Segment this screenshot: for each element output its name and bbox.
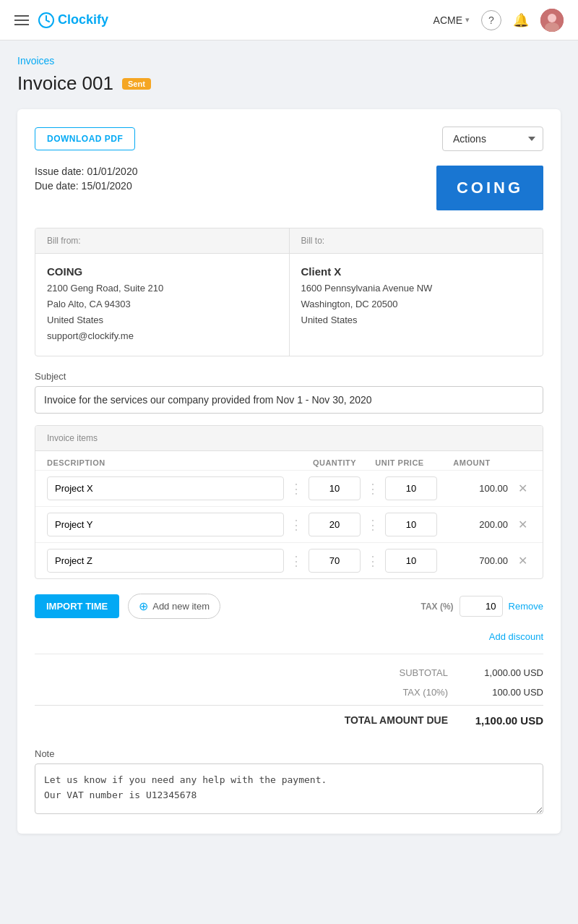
logo: Clockify [38, 12, 108, 29]
col-separator: ⋮ [290, 482, 303, 495]
col-separator: ⋮ [290, 555, 303, 568]
tax-row-value: 100.00 USD [471, 687, 543, 698]
item-price-input[interactable] [385, 549, 437, 573]
bill-to-col: Bill to: Client X 1600 Pennsylvania Aven… [290, 228, 543, 356]
download-pdf-button[interactable]: DOWNLOAD PDF [35, 127, 135, 150]
dates-logo-row: Issue date: 01/01/2020 Due date: 15/01/2… [35, 166, 543, 210]
page-content: Invoices Invoice 001 Sent DOWNLOAD PDF A… [0, 40, 578, 848]
note-label: Note [35, 748, 543, 759]
header-right: ACME ▾ ? 🔔 [434, 9, 564, 32]
item-amount: 200.00 [443, 519, 508, 530]
col-separator2: ⋮ [366, 555, 379, 568]
invoice-items-section: Invoice items DESCRIPTION QUANTITY UNIT … [35, 425, 543, 579]
item-description-input[interactable] [47, 549, 284, 573]
table-row: ⋮ ⋮ 700.00 ✕ [35, 542, 543, 578]
remove-tax-link[interactable]: Remove [509, 601, 543, 612]
item-quantity-input[interactable] [309, 476, 361, 500]
import-time-button[interactable]: IMPORT TIME [35, 594, 119, 618]
table-row: ⋮ ⋮ 200.00 ✕ [35, 506, 543, 542]
avatar-image [540, 9, 564, 32]
item-remove-button[interactable]: ✕ [514, 516, 531, 534]
items-container: ⋮ ⋮ 100.00 ✕ ⋮ ⋮ 200.00 ✕ ⋮ ⋮ 700.00 ✕ [35, 470, 543, 578]
notification-icon[interactable]: 🔔 [513, 12, 529, 28]
help-icon[interactable]: ? [481, 10, 501, 30]
bill-to-body: Client X 1600 Pennsylvania Avenue NW Was… [290, 254, 543, 340]
subject-input[interactable] [35, 386, 543, 414]
bill-from-address: 2100 Geng Road, Suite 210 Palo Alto, CA … [47, 281, 277, 344]
items-table: DESCRIPTION QUANTITY UNIT PRICE AMOUNT ⋮… [35, 451, 543, 578]
tax-label: TAX (%) [420, 602, 453, 612]
total-value: 1,100.00 USD [471, 714, 543, 727]
tax-row: TAX (10%) 100.00 USD [35, 683, 543, 702]
note-textarea[interactable] [35, 763, 543, 814]
col-separator: ⋮ [290, 518, 303, 531]
bottom-actions: IMPORT TIME ⊕ Add new item TAX (%) Remov… [35, 594, 543, 619]
workspace-selector[interactable]: ACME ▾ [434, 14, 470, 26]
item-remove-button[interactable]: ✕ [514, 480, 531, 497]
dates-section: Issue date: 01/01/2020 Due date: 15/01/2… [35, 166, 137, 192]
breadcrumb[interactable]: Invoices [17, 55, 561, 67]
col-amount-header: AMOUNT [436, 458, 508, 467]
page-title-row: Invoice 001 Sent [17, 72, 561, 95]
bill-to-company: Client X [301, 265, 532, 278]
status-badge: Sent [122, 78, 151, 90]
svg-point-2 [548, 14, 556, 22]
billing-row: Bill from: COING 2100 Geng Road, Suite 2… [35, 228, 543, 356]
col-desc-header: DESCRIPTION [47, 458, 306, 467]
bill-from-body: COING 2100 Geng Road, Suite 210 Palo Alt… [35, 254, 289, 356]
bill-from-company: COING [47, 265, 277, 278]
item-amount: 700.00 [443, 555, 508, 566]
bill-from-header: Bill from: [35, 228, 289, 254]
subtotal-value: 1,000.00 USD [471, 667, 543, 678]
tax-input[interactable] [460, 596, 503, 617]
bill-to-header: Bill to: [290, 228, 543, 254]
page-title: Invoice 001 [17, 72, 113, 95]
item-amount: 100.00 [443, 483, 508, 494]
item-remove-button[interactable]: ✕ [514, 552, 531, 570]
subject-label: Subject [35, 371, 543, 382]
top-bar: DOWNLOAD PDF Actions Mark as paid Delete [35, 127, 543, 151]
item-price-input[interactable] [385, 476, 437, 500]
issue-date: Issue date: 01/01/2020 [35, 166, 137, 177]
add-discount-link[interactable]: Add discount [489, 631, 543, 642]
bill-to-address: 1600 Pennsylvania Avenue NW Washington, … [301, 281, 532, 328]
subtotal-row: SUBTOTAL 1,000.00 USD [35, 663, 543, 683]
logo-icon [38, 12, 55, 29]
bill-from-col: Bill from: COING 2100 Geng Road, Suite 2… [35, 228, 290, 356]
totals-section: SUBTOTAL 1,000.00 USD TAX (10%) 100.00 U… [35, 654, 543, 731]
col-qty-header: QUANTITY [306, 458, 363, 467]
subtotal-label: SUBTOTAL [361, 667, 448, 678]
tax-row-label: TAX (10%) [361, 687, 448, 698]
add-discount-row: Add discount [35, 630, 543, 642]
company-logo: COING [436, 166, 543, 210]
right-tax: TAX (%) Remove [420, 596, 543, 617]
invoice-card: DOWNLOAD PDF Actions Mark as paid Delete… [17, 109, 561, 834]
table-row: ⋮ ⋮ 100.00 ✕ [35, 470, 543, 506]
item-quantity-input[interactable] [309, 513, 361, 536]
due-date: Due date: 15/01/2020 [35, 180, 137, 192]
item-description-input[interactable] [47, 476, 284, 500]
col-action-header [508, 458, 531, 467]
invoice-items-header: Invoice items [35, 426, 543, 451]
menu-icon[interactable] [14, 15, 29, 25]
items-col-headers: DESCRIPTION QUANTITY UNIT PRICE AMOUNT [35, 451, 543, 470]
plus-icon: ⊕ [139, 599, 148, 613]
total-label: TOTAL AMOUNT DUE [345, 714, 448, 727]
left-actions: IMPORT TIME ⊕ Add new item [35, 594, 220, 619]
grand-total-row: TOTAL AMOUNT DUE 1,100.00 USD [35, 705, 543, 731]
col-price-header: UNIT PRICE [363, 458, 436, 467]
note-section: Note [35, 748, 543, 816]
item-price-input[interactable] [385, 513, 437, 536]
item-quantity-input[interactable] [309, 549, 361, 573]
header: Clockify ACME ▾ ? 🔔 [0, 0, 578, 40]
avatar[interactable] [540, 9, 564, 32]
col-separator2: ⋮ [366, 518, 379, 531]
item-description-input[interactable] [47, 513, 284, 536]
col-separator2: ⋮ [366, 482, 379, 495]
add-item-button[interactable]: ⊕ Add new item [128, 594, 220, 619]
actions-dropdown[interactable]: Actions Mark as paid Delete [442, 127, 543, 151]
